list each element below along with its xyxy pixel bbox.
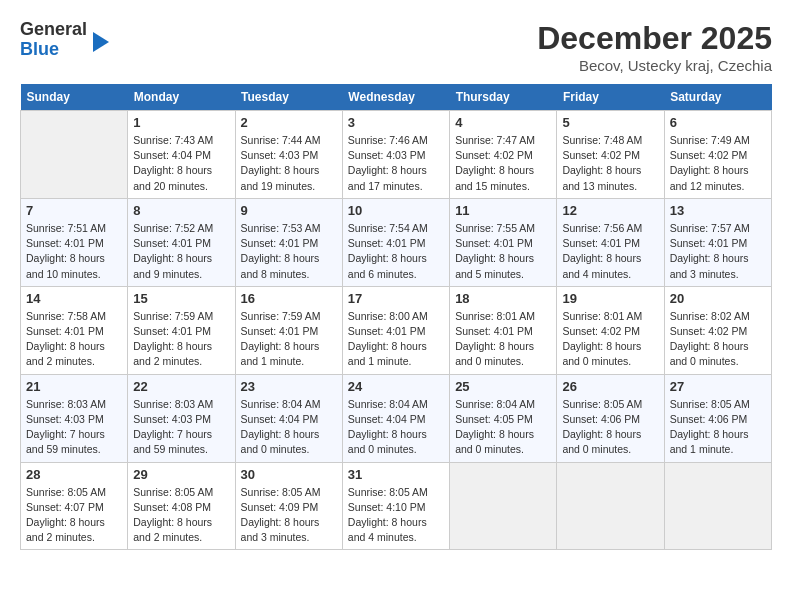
day-info: Sunrise: 8:05 AMSunset: 4:08 PMDaylight:… — [133, 485, 229, 546]
calendar-cell: 17Sunrise: 8:00 AMSunset: 4:01 PMDayligh… — [342, 286, 449, 374]
calendar-week-row: 14Sunrise: 7:58 AMSunset: 4:01 PMDayligh… — [21, 286, 772, 374]
calendar-cell: 9Sunrise: 7:53 AMSunset: 4:01 PMDaylight… — [235, 198, 342, 286]
day-info: Sunrise: 8:05 AMSunset: 4:06 PMDaylight:… — [670, 397, 766, 458]
logo: General Blue — [20, 20, 109, 60]
day-number: 13 — [670, 203, 766, 218]
day-number: 11 — [455, 203, 551, 218]
day-info: Sunrise: 8:03 AMSunset: 4:03 PMDaylight:… — [26, 397, 122, 458]
day-number: 14 — [26, 291, 122, 306]
calendar-cell: 8Sunrise: 7:52 AMSunset: 4:01 PMDaylight… — [128, 198, 235, 286]
title-block: December 2025 Becov, Ustecky kraj, Czech… — [537, 20, 772, 74]
calendar-cell: 6Sunrise: 7:49 AMSunset: 4:02 PMDaylight… — [664, 111, 771, 199]
calendar-cell: 29Sunrise: 8:05 AMSunset: 4:08 PMDayligh… — [128, 462, 235, 550]
calendar-cell — [557, 462, 664, 550]
calendar-cell: 25Sunrise: 8:04 AMSunset: 4:05 PMDayligh… — [450, 374, 557, 462]
calendar-cell: 28Sunrise: 8:05 AMSunset: 4:07 PMDayligh… — [21, 462, 128, 550]
calendar-week-row: 1Sunrise: 7:43 AMSunset: 4:04 PMDaylight… — [21, 111, 772, 199]
day-number: 8 — [133, 203, 229, 218]
day-info: Sunrise: 8:02 AMSunset: 4:02 PMDaylight:… — [670, 309, 766, 370]
weekday-header-wednesday: Wednesday — [342, 84, 449, 111]
calendar-cell: 19Sunrise: 8:01 AMSunset: 4:02 PMDayligh… — [557, 286, 664, 374]
calendar-cell: 23Sunrise: 8:04 AMSunset: 4:04 PMDayligh… — [235, 374, 342, 462]
day-info: Sunrise: 8:05 AMSunset: 4:06 PMDaylight:… — [562, 397, 658, 458]
day-number: 5 — [562, 115, 658, 130]
day-number: 31 — [348, 467, 444, 482]
day-info: Sunrise: 7:59 AMSunset: 4:01 PMDaylight:… — [241, 309, 337, 370]
calendar-week-row: 28Sunrise: 8:05 AMSunset: 4:07 PMDayligh… — [21, 462, 772, 550]
day-number: 4 — [455, 115, 551, 130]
calendar-cell: 20Sunrise: 8:02 AMSunset: 4:02 PMDayligh… — [664, 286, 771, 374]
logo-general: General — [20, 19, 87, 39]
day-number: 27 — [670, 379, 766, 394]
day-info: Sunrise: 7:58 AMSunset: 4:01 PMDaylight:… — [26, 309, 122, 370]
day-info: Sunrise: 7:55 AMSunset: 4:01 PMDaylight:… — [455, 221, 551, 282]
weekday-header-row: SundayMondayTuesdayWednesdayThursdayFrid… — [21, 84, 772, 111]
calendar-cell: 30Sunrise: 8:05 AMSunset: 4:09 PMDayligh… — [235, 462, 342, 550]
day-info: Sunrise: 7:49 AMSunset: 4:02 PMDaylight:… — [670, 133, 766, 194]
day-number: 21 — [26, 379, 122, 394]
calendar-cell: 12Sunrise: 7:56 AMSunset: 4:01 PMDayligh… — [557, 198, 664, 286]
calendar-cell: 15Sunrise: 7:59 AMSunset: 4:01 PMDayligh… — [128, 286, 235, 374]
calendar-cell — [664, 462, 771, 550]
weekday-header-monday: Monday — [128, 84, 235, 111]
weekday-header-sunday: Sunday — [21, 84, 128, 111]
day-number: 12 — [562, 203, 658, 218]
weekday-header-friday: Friday — [557, 84, 664, 111]
calendar-cell: 11Sunrise: 7:55 AMSunset: 4:01 PMDayligh… — [450, 198, 557, 286]
day-info: Sunrise: 8:05 AMSunset: 4:07 PMDaylight:… — [26, 485, 122, 546]
day-number: 28 — [26, 467, 122, 482]
calendar-cell: 14Sunrise: 7:58 AMSunset: 4:01 PMDayligh… — [21, 286, 128, 374]
weekday-header-tuesday: Tuesday — [235, 84, 342, 111]
calendar-cell: 24Sunrise: 8:04 AMSunset: 4:04 PMDayligh… — [342, 374, 449, 462]
weekday-header-saturday: Saturday — [664, 84, 771, 111]
day-info: Sunrise: 8:05 AMSunset: 4:10 PMDaylight:… — [348, 485, 444, 546]
calendar-cell: 4Sunrise: 7:47 AMSunset: 4:02 PMDaylight… — [450, 111, 557, 199]
calendar-cell: 21Sunrise: 8:03 AMSunset: 4:03 PMDayligh… — [21, 374, 128, 462]
calendar-cell: 26Sunrise: 8:05 AMSunset: 4:06 PMDayligh… — [557, 374, 664, 462]
day-info: Sunrise: 7:51 AMSunset: 4:01 PMDaylight:… — [26, 221, 122, 282]
calendar-cell: 5Sunrise: 7:48 AMSunset: 4:02 PMDaylight… — [557, 111, 664, 199]
day-info: Sunrise: 7:48 AMSunset: 4:02 PMDaylight:… — [562, 133, 658, 194]
day-number: 22 — [133, 379, 229, 394]
day-number: 17 — [348, 291, 444, 306]
day-info: Sunrise: 7:59 AMSunset: 4:01 PMDaylight:… — [133, 309, 229, 370]
month-title: December 2025 — [537, 20, 772, 57]
day-number: 15 — [133, 291, 229, 306]
day-number: 19 — [562, 291, 658, 306]
calendar-cell: 7Sunrise: 7:51 AMSunset: 4:01 PMDaylight… — [21, 198, 128, 286]
logo-blue: Blue — [20, 39, 59, 59]
day-number: 23 — [241, 379, 337, 394]
day-info: Sunrise: 7:52 AMSunset: 4:01 PMDaylight:… — [133, 221, 229, 282]
day-number: 26 — [562, 379, 658, 394]
day-number: 10 — [348, 203, 444, 218]
logo-arrow-icon — [93, 32, 109, 52]
day-number: 1 — [133, 115, 229, 130]
day-info: Sunrise: 8:00 AMSunset: 4:01 PMDaylight:… — [348, 309, 444, 370]
day-info: Sunrise: 7:56 AMSunset: 4:01 PMDaylight:… — [562, 221, 658, 282]
calendar-cell: 27Sunrise: 8:05 AMSunset: 4:06 PMDayligh… — [664, 374, 771, 462]
day-info: Sunrise: 7:53 AMSunset: 4:01 PMDaylight:… — [241, 221, 337, 282]
day-number: 20 — [670, 291, 766, 306]
location: Becov, Ustecky kraj, Czechia — [537, 57, 772, 74]
calendar-cell: 13Sunrise: 7:57 AMSunset: 4:01 PMDayligh… — [664, 198, 771, 286]
day-info: Sunrise: 7:54 AMSunset: 4:01 PMDaylight:… — [348, 221, 444, 282]
day-number: 9 — [241, 203, 337, 218]
calendar-cell: 18Sunrise: 8:01 AMSunset: 4:01 PMDayligh… — [450, 286, 557, 374]
day-info: Sunrise: 8:03 AMSunset: 4:03 PMDaylight:… — [133, 397, 229, 458]
calendar-cell: 10Sunrise: 7:54 AMSunset: 4:01 PMDayligh… — [342, 198, 449, 286]
day-info: Sunrise: 7:44 AMSunset: 4:03 PMDaylight:… — [241, 133, 337, 194]
day-info: Sunrise: 8:04 AMSunset: 4:04 PMDaylight:… — [348, 397, 444, 458]
calendar-week-row: 21Sunrise: 8:03 AMSunset: 4:03 PMDayligh… — [21, 374, 772, 462]
day-info: Sunrise: 7:43 AMSunset: 4:04 PMDaylight:… — [133, 133, 229, 194]
day-number: 24 — [348, 379, 444, 394]
day-number: 18 — [455, 291, 551, 306]
day-number: 7 — [26, 203, 122, 218]
calendar-table: SundayMondayTuesdayWednesdayThursdayFrid… — [20, 84, 772, 550]
day-number: 2 — [241, 115, 337, 130]
day-info: Sunrise: 7:57 AMSunset: 4:01 PMDaylight:… — [670, 221, 766, 282]
logo-text-block: General Blue — [20, 20, 87, 60]
day-number: 30 — [241, 467, 337, 482]
day-info: Sunrise: 8:04 AMSunset: 4:05 PMDaylight:… — [455, 397, 551, 458]
day-info: Sunrise: 8:01 AMSunset: 4:01 PMDaylight:… — [455, 309, 551, 370]
calendar-cell: 22Sunrise: 8:03 AMSunset: 4:03 PMDayligh… — [128, 374, 235, 462]
